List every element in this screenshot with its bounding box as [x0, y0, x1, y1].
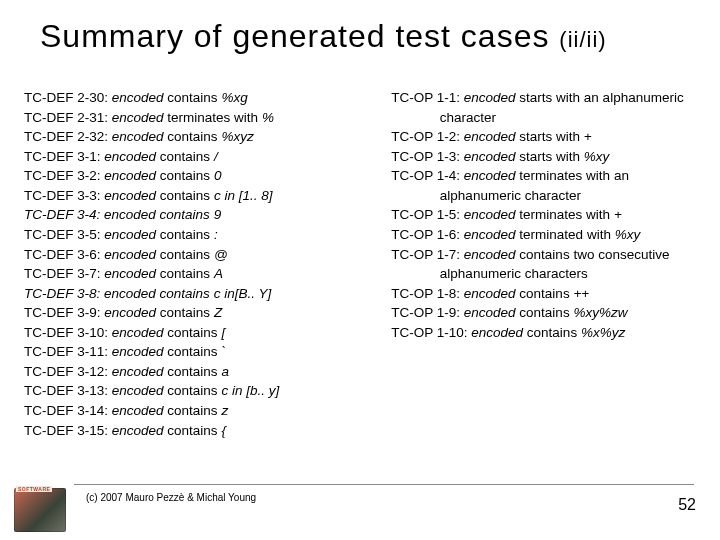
case-subject: encoded	[464, 129, 520, 144]
test-case-row: TC-DEF 3-4: encoded contains 9	[24, 205, 355, 225]
test-case-row: TC-DEF 3-7: encoded contains A	[24, 264, 355, 284]
case-id: TC-DEF 3-7:	[24, 266, 104, 281]
case-subject: encoded	[112, 423, 168, 438]
case-id: TC-DEF 3-2:	[24, 168, 104, 183]
test-case-row: TC-DEF 2-30: encoded contains %xg	[24, 88, 355, 108]
case-subject: encoded	[112, 403, 168, 418]
case-value: :	[214, 227, 218, 242]
test-case-row: TC-DEF 2-31: encoded terminates with %	[24, 108, 355, 128]
case-subject: encoded	[104, 305, 160, 320]
case-subject: encoded	[464, 90, 520, 105]
test-case-row: TC-DEF 3-13: encoded contains c in [b.. …	[24, 381, 355, 401]
test-case-row: TC-DEF 3-6: encoded contains @	[24, 245, 355, 265]
case-subject: encoded	[464, 149, 520, 164]
case-id: TC-DEF 3-15:	[24, 423, 112, 438]
case-value: +	[614, 207, 622, 222]
case-predicate: contains	[160, 305, 214, 320]
case-id: TC-OP 1-4:	[391, 168, 464, 183]
case-subject: encoded	[104, 188, 160, 203]
case-value: %	[262, 110, 274, 125]
case-value: z	[221, 403, 228, 418]
case-id: TC-DEF 3-4:	[24, 207, 104, 222]
case-value: `	[221, 344, 226, 359]
test-case-row: TC-DEF 3-5: encoded contains :	[24, 225, 355, 245]
case-subject: encoded	[104, 227, 160, 242]
slide-title: Summary of generated test cases (ii/ii)	[40, 18, 690, 55]
case-subject: encoded	[464, 207, 520, 222]
test-case-row: TC-OP 1-1: encoded starts with an alphan…	[391, 88, 696, 127]
test-case-row: TC-DEF 3-2: encoded contains 0	[24, 166, 355, 186]
case-subject: encoded	[104, 207, 160, 222]
case-predicate: contains	[160, 149, 214, 164]
case-subject: encoded	[464, 286, 520, 301]
case-id: TC-DEF 2-32:	[24, 129, 112, 144]
case-predicate: contains	[167, 325, 221, 340]
case-id: TC-DEF 3-13:	[24, 383, 112, 398]
case-predicate: contains	[160, 286, 214, 301]
case-subject: encoded	[104, 168, 160, 183]
case-id: TC-OP 1-2:	[391, 129, 464, 144]
case-predicate: terminates with	[519, 207, 614, 222]
case-value: %xy	[615, 227, 641, 242]
case-id: TC-OP 1-3:	[391, 149, 464, 164]
case-value: @	[214, 247, 228, 262]
case-value: %xyz	[221, 129, 253, 144]
left-column: TC-DEF 2-30: encoded contains %xgTC-DEF …	[24, 88, 355, 460]
test-case-row: TC-DEF 3-10: encoded contains [	[24, 323, 355, 343]
case-value: Z	[214, 305, 222, 320]
case-predicate: contains	[167, 364, 221, 379]
case-value: %xy	[584, 149, 610, 164]
case-subject: encoded	[112, 90, 168, 105]
test-case-row: TC-DEF 3-12: encoded contains a	[24, 362, 355, 382]
case-value: a	[221, 364, 229, 379]
case-value: A	[214, 266, 223, 281]
case-predicate: starts with	[519, 149, 584, 164]
case-id: TC-DEF 3-3:	[24, 188, 104, 203]
footer-divider	[74, 484, 694, 485]
title-suffix: (ii/ii)	[559, 27, 606, 52]
test-case-row: TC-OP 1-3: encoded starts with %xy	[391, 147, 696, 167]
case-value: {	[221, 423, 226, 438]
test-case-row: TC-OP 1-5: encoded terminates with +	[391, 205, 696, 225]
case-subject: encoded	[104, 286, 160, 301]
case-id: TC-OP 1-10:	[391, 325, 471, 340]
test-case-row: TC-OP 1-7: encoded contains two consecut…	[391, 245, 696, 284]
page-number: 52	[678, 496, 696, 514]
test-case-row: TC-OP 1-9: encoded contains %xy%zw	[391, 303, 696, 323]
case-id: TC-DEF 3-11:	[24, 344, 112, 359]
case-subject: encoded	[464, 247, 520, 262]
case-subject: encoded	[112, 364, 168, 379]
test-case-row: TC-DEF 3-14: encoded contains z	[24, 401, 355, 421]
case-predicate: contains	[160, 188, 214, 203]
case-id: TC-OP 1-7:	[391, 247, 464, 262]
case-predicate: contains	[160, 168, 214, 183]
case-value: [	[221, 325, 225, 340]
footer: (c) 2007 Mauro Pezzè & Michal Young 52	[0, 494, 720, 526]
case-id: TC-OP 1-8:	[391, 286, 464, 301]
case-predicate: contains	[167, 423, 221, 438]
case-value: +	[584, 129, 592, 144]
case-value: %xg	[221, 90, 247, 105]
slide: Summary of generated test cases (ii/ii) …	[0, 0, 720, 540]
case-id: TC-DEF 2-31:	[24, 110, 112, 125]
case-value: 9	[214, 207, 222, 222]
case-predicate: terminated with	[519, 227, 614, 242]
case-predicate: contains	[167, 383, 221, 398]
case-subject: encoded	[112, 129, 168, 144]
case-subject: encoded	[464, 305, 520, 320]
case-id: TC-OP 1-5:	[391, 207, 464, 222]
case-id: TC-DEF 3-9:	[24, 305, 104, 320]
case-subject: encoded	[112, 325, 168, 340]
right-column: TC-OP 1-1: encoded starts with an alphan…	[391, 88, 696, 460]
case-predicate: contains	[527, 325, 581, 340]
case-value: 0	[214, 168, 222, 183]
case-id: TC-DEF 3-5:	[24, 227, 104, 242]
case-subject: encoded	[464, 227, 520, 242]
case-predicate: contains	[160, 227, 214, 242]
case-predicate: contains	[519, 305, 573, 320]
case-predicate: contains	[160, 247, 214, 262]
title-main: Summary of generated test cases	[40, 18, 549, 54]
case-id: TC-OP 1-9:	[391, 305, 464, 320]
test-case-row: TC-OP 1-2: encoded starts with +	[391, 127, 696, 147]
case-subject: encoded	[112, 344, 168, 359]
